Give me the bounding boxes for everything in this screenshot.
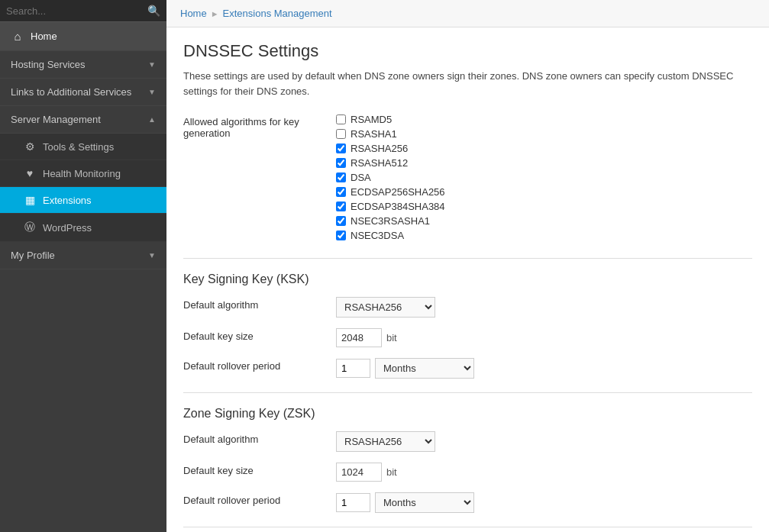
- algorithms-label: Allowed algorithms for key generation: [183, 114, 336, 139]
- server-management-label: Server Management: [11, 114, 101, 125]
- algorithms-row: Allowed algorithms for key generation RS…: [183, 114, 752, 244]
- ksk-key-size-row: Default key size bit: [183, 328, 752, 347]
- cb-rsasha256: RSASHA256: [336, 143, 445, 154]
- zsk-algorithm-select-wrapper: RSASHA256 RSASHA512 RSAMD5 RSASHA1 DSA: [336, 431, 435, 452]
- breadcrumb-home[interactable]: Home: [180, 8, 207, 19]
- sidebar-sub-item-extensions[interactable]: ▦ Extensions: [0, 187, 166, 214]
- wordpress-label: WordPress: [43, 222, 92, 234]
- search-input[interactable]: [6, 5, 147, 17]
- chevron-icon: ▼: [148, 251, 156, 260]
- cb-dsa-label: DSA: [351, 172, 371, 183]
- ksk-bit-label: bit: [386, 332, 397, 343]
- sidebar: 🔍 ⌂ Home Hosting Services ▼ Links to Add…: [0, 0, 166, 532]
- health-icon: ♥: [23, 167, 37, 179]
- wordpress-icon: Ⓦ: [23, 221, 37, 234]
- page-title: DNSSEC Settings: [183, 41, 752, 61]
- cb-rsasha512-input[interactable]: [336, 158, 346, 168]
- cb-ecdsap384sha384-label: ECDSAP384SHA384: [351, 201, 445, 212]
- divider-footer: [183, 527, 752, 527]
- ksk-algorithm-select-wrapper: RSASHA256 RSASHA512 RSAMD5 RSASHA1 DSA: [336, 297, 435, 318]
- cb-ecdsap256sha256-label: ECDSAP256SHA256: [351, 186, 445, 198]
- tools-label: Tools & Settings: [43, 141, 114, 153]
- algorithms-group: RSAMD5 RSASHA1 RSASHA256 RSASHA512 DSA: [336, 114, 445, 244]
- zsk-bit-label: bit: [386, 466, 397, 478]
- cb-ecdsap384sha384: ECDSAP384SHA384: [336, 201, 445, 212]
- home-icon: ⌂: [11, 30, 24, 43]
- extensions-label: Extensions: [43, 195, 92, 206]
- zsk-algorithm-select[interactable]: RSASHA256 RSASHA512 RSAMD5 RSASHA1 DSA: [336, 431, 435, 452]
- sidebar-item-hosting-services[interactable]: Hosting Services ▼: [0, 51, 166, 79]
- sidebar-item-my-profile[interactable]: My Profile ▼: [0, 242, 166, 269]
- ksk-rollover-group: Months Days Years: [336, 358, 474, 379]
- cb-nsec3rsasha1-label: NSEC3RSASHA1: [351, 215, 430, 227]
- sidebar-item-links[interactable]: Links to Additional Services ▼: [0, 79, 166, 106]
- breadcrumb-extensions[interactable]: Extensions Management: [223, 8, 332, 19]
- cb-rsasha512: RSASHA512: [336, 157, 445, 169]
- sidebar-sub-item-wordpress[interactable]: Ⓦ WordPress: [0, 214, 166, 242]
- divider-ksk: [183, 258, 752, 259]
- cb-nsec3dsa-input[interactable]: [336, 231, 346, 240]
- sidebar-sub-item-tools[interactable]: ⚙ Tools & Settings: [0, 134, 166, 160]
- zsk-rollover-label: Default rollover period: [183, 492, 336, 506]
- zsk-algorithm-label: Default algorithm: [183, 431, 336, 445]
- ksk-algorithm-label: Default algorithm: [183, 297, 336, 311]
- ksk-key-size-input[interactable]: [336, 328, 382, 347]
- ksk-rollover-label: Default rollover period: [183, 358, 336, 372]
- cb-rsasha256-input[interactable]: [336, 143, 346, 153]
- divider-zsk: [183, 392, 752, 393]
- cb-ecdsap384sha384-input[interactable]: [336, 202, 346, 211]
- breadcrumb: Home ► Extensions Management: [166, 0, 769, 27]
- ksk-algorithm-select[interactable]: RSASHA256 RSASHA512 RSAMD5 RSASHA1 DSA: [336, 297, 435, 318]
- cb-rsasha1: RSASHA1: [336, 128, 445, 140]
- zsk-rollover-input[interactable]: [336, 493, 370, 512]
- tools-icon: ⚙: [23, 140, 37, 153]
- zsk-key-size-row: Default key size bit: [183, 463, 752, 482]
- cb-rsamd5-input[interactable]: [336, 114, 346, 124]
- ksk-algorithm-row: Default algorithm RSASHA256 RSASHA512 RS…: [183, 297, 752, 318]
- sidebar-item-home[interactable]: ⌂ Home: [0, 22, 166, 51]
- zsk-algorithm-row: Default algorithm RSASHA256 RSASHA512 RS…: [183, 431, 752, 452]
- chevron-icon: ▼: [148, 88, 156, 96]
- zsk-rollover-group: Months Days Years: [336, 492, 474, 513]
- zsk-rollover-unit-select[interactable]: Months Days Years: [375, 492, 474, 513]
- links-label: Links to Additional Services: [11, 86, 131, 98]
- zsk-section-title: Zone Signing Key (ZSK): [183, 407, 752, 421]
- cb-nsec3rsasha1-input[interactable]: [336, 216, 346, 226]
- content-area: DNSSEC Settings These settings are used …: [166, 27, 769, 532]
- zsk-key-size-input[interactable]: [336, 463, 382, 482]
- zsk-key-size-label: Default key size: [183, 463, 336, 476]
- breadcrumb-sep1: ►: [211, 9, 219, 18]
- ksk-rollover-row: Default rollover period Months Days Year…: [183, 358, 752, 379]
- extensions-icon: ▦: [23, 194, 37, 206]
- cb-rsasha1-input[interactable]: [336, 129, 346, 139]
- chevron-up-icon: ▲: [148, 115, 156, 124]
- cb-dsa: DSA: [336, 172, 445, 183]
- cb-nsec3rsasha1: NSEC3RSASHA1: [336, 215, 445, 227]
- ksk-rollover-input[interactable]: [336, 359, 370, 378]
- ksk-rollover-unit-select[interactable]: Months Days Years: [375, 358, 474, 379]
- page-description: These settings are used by default when …: [183, 69, 752, 98]
- zsk-rollover-row: Default rollover period Months Days Year…: [183, 492, 752, 513]
- cb-nsec3dsa: NSEC3DSA: [336, 230, 445, 241]
- search-bar[interactable]: 🔍: [0, 0, 166, 22]
- ksk-key-size-input-group: bit: [336, 328, 397, 347]
- cb-ecdsap256sha256: ECDSAP256SHA256: [336, 186, 445, 198]
- search-icon: 🔍: [147, 5, 160, 17]
- zsk-key-size-input-group: bit: [336, 463, 397, 482]
- chevron-icon: ▼: [148, 60, 156, 69]
- cb-nsec3dsa-label: NSEC3DSA: [351, 230, 404, 241]
- cb-ecdsap256sha256-input[interactable]: [336, 187, 346, 197]
- hosting-services-label: Hosting Services: [11, 59, 86, 70]
- sidebar-sub-item-health[interactable]: ♥ Health Monitoring: [0, 160, 166, 187]
- cb-rsasha1-label: RSASHA1: [351, 128, 397, 140]
- ksk-key-size-label: Default key size: [183, 328, 336, 342]
- main-content: Home ► Extensions Management DNSSEC Sett…: [166, 0, 769, 532]
- sidebar-item-server-management[interactable]: Server Management ▲: [0, 106, 166, 134]
- cb-rsasha256-label: RSASHA256: [351, 143, 408, 154]
- cb-rsamd5-label: RSAMD5: [351, 114, 392, 125]
- health-label: Health Monitoring: [43, 168, 121, 179]
- cb-dsa-input[interactable]: [336, 172, 346, 182]
- sidebar-home-label: Home: [31, 31, 57, 42]
- cb-rsamd5: RSAMD5: [336, 114, 445, 125]
- my-profile-label: My Profile: [11, 250, 55, 261]
